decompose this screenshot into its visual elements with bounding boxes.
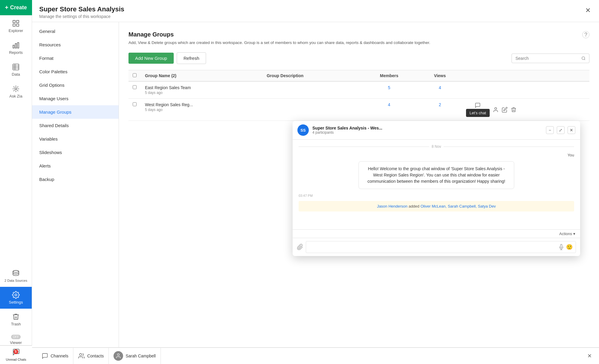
database-icon: [12, 270, 20, 278]
create-button[interactable]: + Create: [0, 0, 32, 15]
row2-group-date: 5 days ago: [145, 108, 258, 112]
settings-nav-format[interactable]: Format: [32, 51, 119, 65]
svg-rect-1: [16, 20, 19, 23]
settings-nav-manage-groups[interactable]: Manage Groups: [32, 105, 119, 119]
chat-input-area: 🙂: [306, 241, 576, 253]
svg-rect-3: [16, 24, 19, 26]
settings-nav-slideshows[interactable]: Slideshows: [32, 146, 119, 159]
sparkle-icon: [12, 85, 20, 93]
sidebar-item-settings[interactable]: Settings: [0, 287, 32, 309]
settings-nav-manage-users[interactable]: Manage Users: [32, 92, 119, 105]
chat-action-icon[interactable]: [475, 102, 481, 108]
unread-badge: 5: [13, 349, 18, 354]
sidebar-item-trash[interactable]: Trash: [0, 309, 32, 331]
row2-actions-cell: Let's chat: [462, 99, 589, 121]
chat-activity: Jason Henderson added Oliver McLean, Sar…: [299, 201, 574, 211]
settings-nav-backup[interactable]: Backup: [32, 173, 119, 186]
chat-time: 03:47 PM: [299, 194, 574, 197]
svg-point-20: [80, 354, 82, 356]
chat-minimize-button[interactable]: −: [546, 126, 554, 134]
sidebar-item-data[interactable]: Data: [0, 59, 32, 81]
row1-actions-cell: [462, 81, 589, 99]
strip-user-item[interactable]: Sarah Campbell: [109, 348, 161, 364]
chat-actions-dropdown[interactable]: Actions ▾: [559, 232, 575, 236]
search-input[interactable]: [515, 56, 579, 61]
row1-views-count[interactable]: 4: [439, 85, 441, 90]
trash-icon: [12, 313, 20, 321]
strip-close-button[interactable]: ✕: [585, 351, 594, 360]
edit-action-icon[interactable]: [502, 107, 508, 113]
svg-rect-5: [15, 44, 16, 48]
table-row: West Region Sales Reg... 5 days ago 4 2: [128, 99, 589, 121]
add-new-group-button[interactable]: Add New Group: [128, 53, 174, 64]
unread-chats-button[interactable]: 5 Unread Chats: [0, 346, 32, 364]
sidebar-item-reports[interactable]: Reports: [0, 37, 32, 59]
microphone-icon[interactable]: [558, 244, 564, 250]
channels-item[interactable]: Channels: [37, 348, 73, 364]
activity-people: Oliver McLean, Sarah Campbell, Satya Dev: [420, 204, 496, 208]
chat-header-actions: − ⤢ ✕: [546, 126, 575, 134]
row2-members-count[interactable]: 4: [388, 102, 390, 107]
row1-views-cell: 4: [418, 81, 462, 99]
actions-th: [462, 70, 589, 82]
strip-user-name: Sarah Campbell: [125, 354, 155, 358]
attachment-icon[interactable]: [297, 244, 303, 250]
search-box: [512, 54, 589, 63]
chat-you-label: You: [299, 152, 574, 158]
row2-views-count[interactable]: 2: [439, 102, 441, 107]
select-all-checkbox[interactable]: [133, 73, 137, 77]
strip-user-avatar: [114, 351, 123, 361]
settings-nav-variables[interactable]: Variables: [32, 132, 119, 146]
lets-chat-tooltip: Let's chat: [466, 109, 490, 117]
delete-action-icon[interactable]: [511, 107, 517, 113]
chat-window-title: Super Store Sales Analysis - Wes...: [312, 126, 542, 130]
user-avatar-icon: [115, 353, 121, 359]
contacts-item[interactable]: Contacts: [73, 348, 109, 364]
chat-expand-button[interactable]: ⤢: [557, 126, 565, 134]
chat-participants: 4 participants: [312, 130, 542, 135]
contacts-icon: [78, 353, 85, 359]
settings-nav-alerts[interactable]: Alerts: [32, 159, 119, 173]
row1-checkbox[interactable]: [133, 85, 137, 89]
row2-views-cell: 2: [418, 99, 462, 121]
refresh-button[interactable]: Refresh: [177, 52, 206, 64]
settings-nav-grid-options[interactable]: Grid Options: [32, 78, 119, 92]
settings-nav-resources[interactable]: Resources: [32, 38, 119, 51]
group-name-th: Group Name (2): [141, 70, 262, 82]
settings-nav-shared-details[interactable]: Shared Details: [32, 119, 119, 132]
manage-groups-panel: ? Manage Groups Add, View & Delete group…: [119, 22, 599, 364]
gear-icon: [12, 291, 20, 299]
sidebar-item-data-sources[interactable]: 2 Data Sources: [0, 266, 32, 287]
bar-chart-icon: [12, 41, 20, 49]
table-row: East Region Sales Team 5 days ago 5 4: [128, 81, 589, 99]
chat-date-divider: 8 Nov: [299, 144, 574, 149]
channels-icon: [42, 353, 48, 359]
sidebar-item-explorer[interactable]: Explorer: [0, 15, 32, 37]
members-th: Members: [360, 70, 418, 82]
row1-members-count[interactable]: 5: [388, 85, 390, 90]
row1-checkbox-cell: [128, 81, 141, 99]
svg-rect-4: [13, 45, 14, 48]
chat-strip: Channels Contacts Sarah Campbell ✕: [32, 347, 599, 364]
contacts-label: Contacts: [87, 354, 104, 358]
panel-description: Add, View & Delete groups which are crea…: [128, 40, 589, 46]
user-action-icon[interactable]: [493, 107, 499, 113]
views-th: Views: [418, 70, 462, 82]
chat-avatar: SS: [297, 124, 309, 136]
settings-nav-general[interactable]: General: [32, 25, 119, 38]
help-icon[interactable]: ?: [582, 31, 589, 38]
svg-point-21: [117, 354, 120, 356]
svg-point-19: [495, 107, 497, 109]
sidebar-item-ask-zia[interactable]: Ask Zia: [0, 81, 32, 103]
chat-input[interactable]: [309, 245, 558, 249]
svg-line-18: [584, 59, 585, 60]
settings-nav-color-palettes[interactable]: Color Palettes: [32, 65, 119, 78]
chat-close-button[interactable]: ✕: [568, 126, 575, 134]
row1-name-cell: East Region Sales Team 5 days ago: [141, 81, 262, 99]
content-layout: General Resources Format Color Palettes …: [32, 22, 599, 364]
row2-checkbox[interactable]: [133, 102, 137, 106]
close-button[interactable]: ✕: [584, 5, 592, 16]
main-area: Super Store Sales Analysis Manage the se…: [32, 0, 599, 364]
row2-desc-cell: [262, 99, 360, 121]
emoji-icon[interactable]: 🙂: [566, 244, 573, 250]
